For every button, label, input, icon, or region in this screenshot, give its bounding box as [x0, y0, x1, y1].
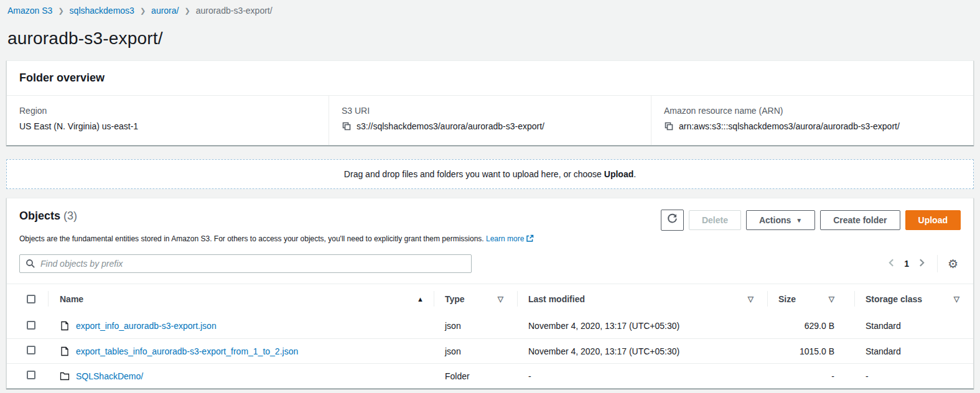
object-link[interactable]: export_info_auroradb-s3-export.json [76, 321, 217, 331]
preferences-button[interactable]: ⚙ [945, 257, 961, 271]
objects-title: Objects (3) [19, 210, 77, 223]
search-box [19, 254, 472, 273]
create-folder-button[interactable]: Create folder [820, 210, 900, 230]
object-last-modified: - [517, 371, 767, 381]
folder-overview-card: Folder overview Region US East (N. Virgi… [6, 60, 974, 146]
column-header-size[interactable]: Size ▽ [767, 284, 854, 313]
column-header-last-modified[interactable]: Last modified ▽ [517, 284, 767, 313]
chevron-right-icon [918, 258, 926, 269]
object-last-modified: November 4, 2020, 13:17 (UTC+05:30) [517, 321, 767, 331]
upload-button[interactable]: Upload [905, 210, 961, 230]
arn-label: Amazon resource name (ARN) [664, 106, 961, 116]
objects-table: Name ▲ Type ▽ Last modified ▽ Size ▽ [7, 284, 973, 388]
objects-count: (3) [63, 210, 77, 222]
actions-button[interactable]: Actions ▼ [746, 210, 815, 230]
objects-card: Objects (3) Delete Actions ▼ Create fold… [6, 198, 974, 389]
object-size: - [767, 371, 854, 381]
row-checkbox[interactable] [27, 321, 35, 330]
breadcrumb-current: auroradb-s3-export/ [196, 6, 273, 16]
column-divider [434, 291, 434, 307]
breadcrumb-separator-icon: ❯ [184, 7, 190, 15]
next-page-button[interactable] [914, 256, 930, 272]
object-link[interactable]: export_tables_info_auroradb-s3-export_fr… [76, 346, 298, 356]
breadcrumb-aurora-folder[interactable]: aurora/ [151, 6, 179, 16]
region-field: Region US East (N. Virginia) us-east-1 [7, 96, 329, 145]
region-value: US East (N. Virginia) us-east-1 [19, 121, 316, 131]
sort-icon: ▽ [748, 295, 754, 303]
objects-description: Objects are the fundamental entities sto… [19, 234, 961, 244]
column-divider [767, 291, 768, 307]
arn-value: arn:aws:s3:::sqlshackdemos3/aurora/auror… [679, 121, 900, 131]
table-row: export_info_auroradb-s3-export.json json… [7, 313, 973, 338]
dropzone-text-end: . [633, 169, 636, 179]
breadcrumb: Amazon S3 ❯ sqlshackdemos3 ❯ aurora/ ❯ a… [6, 0, 974, 16]
object-type: json [434, 346, 517, 356]
column-divider [48, 291, 49, 307]
copy-icon[interactable] [342, 121, 352, 131]
breadcrumb-separator-icon: ❯ [140, 7, 146, 15]
page-title: auroradb-s3-export/ [7, 29, 974, 49]
pager-divider [937, 255, 938, 272]
objects-toolbar: Delete Actions ▼ Create folder Upload [661, 210, 961, 231]
column-header-name[interactable]: Name ▲ [48, 284, 434, 313]
breadcrumb-separator-icon: ❯ [58, 7, 63, 15]
sort-icon: ▽ [829, 295, 834, 303]
select-all-checkbox[interactable] [27, 295, 35, 303]
learn-more-link[interactable]: Learn more [486, 234, 534, 243]
object-size: 629.0 B [767, 321, 854, 331]
search-icon [26, 259, 35, 271]
folder-icon [60, 371, 70, 381]
column-header-storage-class[interactable]: Storage class ▽ [854, 284, 973, 313]
refresh-button[interactable] [661, 210, 684, 231]
object-link[interactable]: SQLShackDemo/ [76, 371, 143, 381]
row-checkbox[interactable] [27, 371, 35, 379]
chevron-left-icon [887, 258, 895, 269]
search-input[interactable] [19, 254, 472, 273]
upload-dropzone[interactable]: Drag and drop files and folders you want… [6, 159, 974, 189]
object-type: Folder [434, 371, 517, 381]
table-row: export_tables_info_auroradb-s3-export_fr… [7, 338, 973, 363]
file-icon [60, 321, 70, 331]
previous-page-button[interactable] [884, 256, 899, 272]
gear-icon: ⚙ [948, 257, 958, 270]
arn-field: Amazon resource name (ARN) arn:aws:s3:::… [651, 96, 973, 145]
table-header-row: Name ▲ Type ▽ Last modified ▽ Size ▽ [7, 284, 973, 313]
sort-icon: ▽ [498, 295, 503, 303]
folder-overview-body: Region US East (N. Virginia) us-east-1 S… [7, 96, 973, 145]
object-storage-class: Standard [854, 321, 973, 331]
object-type: json [434, 321, 517, 331]
breadcrumb-bucket[interactable]: sqlshackdemos3 [70, 6, 134, 16]
file-icon [60, 346, 70, 356]
folder-overview-header: Folder overview [7, 61, 973, 96]
object-size: 1015.0 B [767, 346, 854, 356]
object-storage-class: Standard [854, 346, 973, 356]
object-storage-class: - [854, 371, 973, 381]
refresh-icon [667, 213, 678, 227]
row-checkbox[interactable] [27, 346, 35, 354]
copy-icon[interactable] [664, 121, 674, 131]
sort-icon: ▽ [954, 295, 959, 303]
region-label: Region [19, 106, 316, 116]
table-row: SQLShackDemo/ Folder - - - [7, 363, 973, 388]
chevron-down-icon: ▼ [796, 218, 802, 224]
breadcrumb-amazon-s3[interactable]: Amazon S3 [7, 6, 52, 16]
s3-uri-label: S3 URI [342, 106, 638, 116]
external-link-icon [526, 236, 534, 244]
dropzone-text: Drag and drop files and folders you want… [344, 169, 604, 179]
delete-button[interactable]: Delete [689, 210, 741, 230]
pagination: 1 ⚙ [884, 255, 961, 272]
folder-overview-title: Folder overview [19, 72, 961, 85]
column-header-type[interactable]: Type ▽ [434, 284, 517, 313]
s3-uri-value: s3://sqlshackdemos3/aurora/auroradb-s3-e… [357, 121, 544, 131]
column-divider [517, 291, 518, 307]
dropzone-upload-word: Upload [604, 169, 633, 179]
s3-console-page: Amazon S3 ❯ sqlshackdemos3 ❯ aurora/ ❯ a… [0, 0, 980, 389]
sort-ascending-icon: ▲ [417, 295, 424, 303]
s3-uri-field: S3 URI s3://sqlshackdemos3/aurora/aurora… [329, 96, 651, 145]
object-last-modified: November 4, 2020, 13:17 (UTC+05:30) [517, 346, 767, 356]
column-divider [854, 291, 855, 307]
current-page[interactable]: 1 [904, 259, 909, 269]
